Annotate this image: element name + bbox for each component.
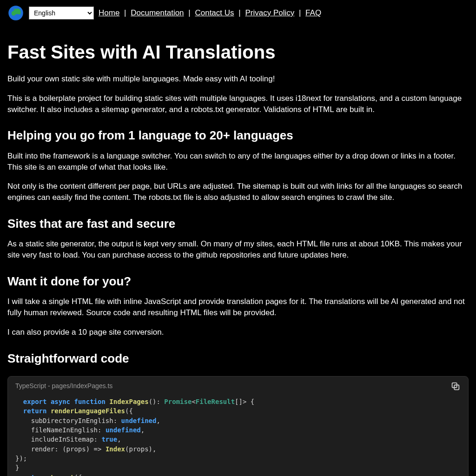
- code-content: export async function IndexPages(): Prom…: [8, 392, 468, 476]
- page-title: Fast Sites with AI Translations: [7, 39, 469, 65]
- language-select[interactable]: English: [29, 7, 94, 20]
- code-block-label: TypeScript - pages/IndexPages.ts: [15, 382, 112, 391]
- intro-paragraph-1: Build your own static site with multiple…: [7, 73, 469, 85]
- copy-icon[interactable]: [450, 381, 461, 391]
- intro-paragraph-2: This is a boilerplate project for buildi…: [7, 93, 469, 115]
- nav-documentation[interactable]: Documentation: [131, 8, 184, 17]
- nav-sep: |: [234, 8, 245, 17]
- nav-home[interactable]: Home: [99, 8, 119, 17]
- top-nav: Home | Documentation | Contact Us | Priv…: [99, 7, 321, 19]
- nav-sep: |: [184, 8, 195, 17]
- globe-icon: [7, 5, 24, 21]
- done-for-you-paragraph-1: I will take a single HTML file with inli…: [7, 296, 469, 318]
- nav-sep: |: [119, 8, 131, 17]
- done-for-you-paragraph-2: I can also provide a 10 page site conver…: [7, 327, 469, 338]
- languages-paragraph-1: Built into the framework is a language s…: [7, 151, 469, 173]
- code-block: TypeScript - pages/IndexPages.ts export …: [7, 376, 469, 476]
- section-heading-fast-secure: Sites that are fast and secure: [7, 215, 469, 232]
- section-heading-code: Straightforward code: [7, 350, 469, 367]
- section-heading-languages: Helping you go from 1 language to 20+ la…: [7, 127, 469, 144]
- nav-sep: |: [294, 8, 305, 17]
- fast-secure-paragraph: As a static site generator, the output i…: [7, 238, 469, 261]
- section-heading-done-for-you: Want it done for you?: [7, 273, 469, 290]
- languages-paragraph-2: Not only is the content different per pa…: [7, 181, 469, 203]
- nav-contact-us[interactable]: Contact Us: [195, 8, 234, 17]
- nav-privacy-policy[interactable]: Privacy Policy: [245, 8, 294, 17]
- top-bar: English Home | Documentation | Contact U…: [7, 0, 469, 26]
- nav-faq[interactable]: FAQ: [305, 8, 321, 17]
